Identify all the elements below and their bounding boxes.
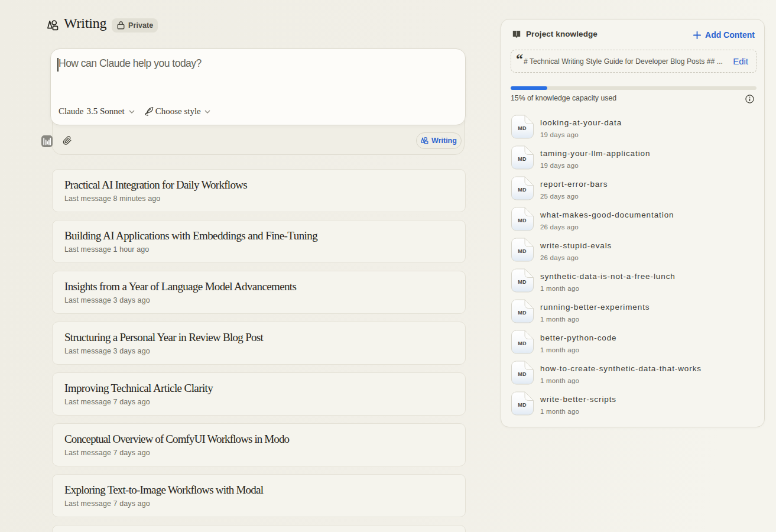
svg-text:MD: MD — [518, 187, 527, 193]
svg-text:MD: MD — [518, 310, 527, 316]
svg-text:MD: MD — [518, 248, 527, 254]
svg-text:MD: MD — [518, 402, 527, 408]
svg-text:MD: MD — [518, 279, 527, 285]
svg-text:MD: MD — [518, 340, 527, 346]
svg-text:MD: MD — [518, 125, 527, 131]
svg-text:MD: MD — [518, 156, 527, 162]
svg-text:MD: MD — [518, 371, 527, 377]
svg-text:MD: MD — [518, 218, 527, 223]
